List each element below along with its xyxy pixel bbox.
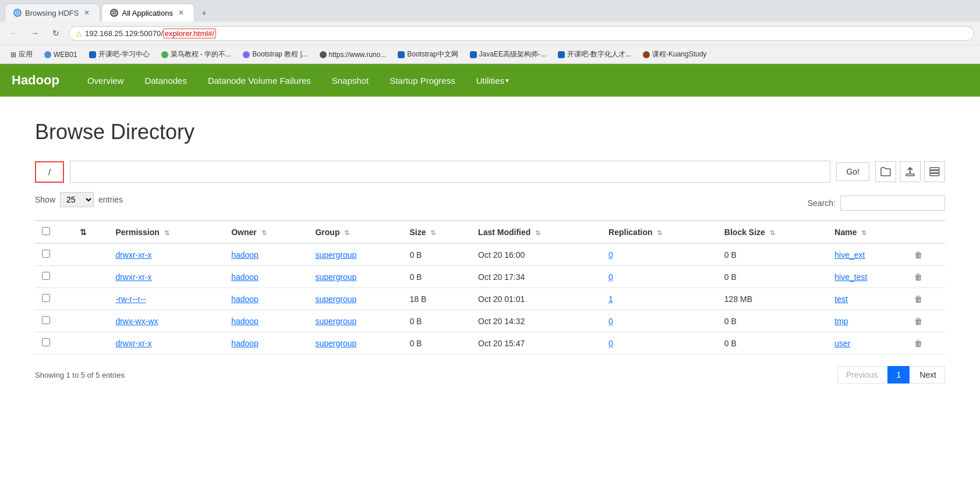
nav-utilities[interactable]: Utilities (466, 64, 521, 97)
row-select-2[interactable] (42, 294, 50, 302)
col-actions (907, 221, 945, 243)
bookmark-runo[interactable]: https://www.runo... (315, 49, 391, 61)
bookmark-dot-2 (89, 51, 96, 58)
back-button[interactable]: ← (6, 25, 22, 41)
upload-icon-button[interactable] (900, 161, 921, 182)
bookmark-dot-8 (558, 51, 565, 58)
path-row: / Go! (35, 161, 945, 183)
nav-startup-progress[interactable]: Startup Progress (379, 64, 466, 97)
row-size-2: 18 B (402, 288, 471, 310)
row-lastmod-0: Oct 20 16:00 (471, 243, 602, 266)
go-button[interactable]: Go! (836, 162, 869, 181)
row-delete-1: 🗑 (907, 266, 945, 288)
nav-overview[interactable]: Overview (77, 64, 135, 97)
table-row: drwxr-xr-x hadoop supergroup 0 B Oct 20 … (35, 332, 945, 354)
bookmark-apps[interactable]: ⊞ 应用 (6, 48, 37, 61)
col-replication[interactable]: Replication ⇅ (602, 221, 717, 243)
address-box[interactable]: △ 192.168.25.129:50070/explorer.html#/ (69, 26, 974, 41)
row-delete-2: 🗑 (907, 288, 945, 310)
path-input[interactable] (70, 161, 830, 183)
list-icon-button[interactable] (924, 161, 945, 182)
svg-rect-6 (906, 174, 914, 176)
delete-icon-2[interactable]: 🗑 (914, 294, 922, 304)
bookmark-kaikeba[interactable]: 开课吧-学习中心 (84, 48, 154, 61)
tab-close-2[interactable]: ✕ (176, 8, 186, 17)
nav-datanode-volume-failures[interactable]: Datanode Volume Failures (197, 64, 321, 97)
bookmark-dot-6 (398, 51, 405, 58)
search-input[interactable] (840, 196, 945, 211)
bookmark-kuangstudy[interactable]: 课程-KuangStudy (638, 48, 711, 61)
folder-icon (880, 167, 891, 176)
row-size-3: 0 B (402, 310, 471, 332)
pagination-buttons: Previous 1 Next (837, 366, 945, 384)
row-blocksize-3: 0 B (717, 310, 827, 332)
entries-select[interactable]: 10 25 50 100 (60, 192, 94, 207)
row-group-0: supergroup (308, 243, 402, 266)
controls-bar: Show 10 25 50 100 entries Search: (35, 192, 945, 214)
row-owner-4: hadoop (224, 332, 308, 354)
row-blocksize-1: 0 B (717, 266, 827, 288)
new-tab-button[interactable]: + (196, 5, 212, 21)
nav-datanodes[interactable]: Datanodes (134, 64, 197, 97)
page-title: Browse Directory (35, 120, 945, 144)
row-select-3[interactable] (42, 316, 50, 324)
bookmark-bootstrap[interactable]: Bootstrap 教程 |... (238, 48, 312, 61)
next-button[interactable]: Next (911, 366, 945, 384)
bookmark-bootstrap-cn[interactable]: Bootstrap中文网 (393, 48, 462, 61)
row-replication-3: 0 (602, 310, 717, 332)
apps-grid-icon: ⊞ (10, 51, 16, 59)
row-spacer-4 (73, 332, 108, 354)
row-owner-1: hadoop (224, 266, 308, 288)
col-owner[interactable]: Owner ⇅ (224, 221, 308, 243)
col-last-modified[interactable]: Last Modified ⇅ (471, 221, 602, 243)
col-sort-all[interactable]: ⇅ (73, 221, 108, 243)
col-size[interactable]: Size ⇅ (402, 221, 471, 243)
row-group-4: supergroup (308, 332, 402, 354)
tab-browsing-hdfs[interactable]: Browsing HDFS ✕ (5, 3, 100, 22)
forward-button[interactable]: → (27, 25, 43, 41)
nav-snapshot[interactable]: Snapshot (321, 64, 379, 97)
delete-icon-3[interactable]: 🗑 (914, 317, 922, 326)
row-spacer-3 (73, 310, 108, 332)
col-block-size[interactable]: Block Size ⇅ (717, 221, 827, 243)
row-select-1[interactable] (42, 272, 50, 280)
row-owner-2: hadoop (224, 288, 308, 310)
row-group-2: supergroup (308, 288, 402, 310)
bookmark-dot-7 (470, 51, 477, 58)
row-name-2: test (827, 288, 907, 310)
row-owner-0: hadoop (224, 243, 308, 266)
bookmark-dot-3 (161, 51, 168, 58)
table-row: drwxr-xr-x hadoop supergroup 0 B Oct 20 … (35, 266, 945, 288)
row-name-3: tmp (827, 310, 907, 332)
tab-all-applications[interactable]: All Applications ✕ (101, 3, 194, 22)
row-blocksize-0: 0 B (717, 243, 827, 266)
delete-icon-4[interactable]: 🗑 (914, 339, 922, 348)
row-replication-0: 0 (602, 243, 717, 266)
row-select-0[interactable] (42, 250, 50, 258)
bookmark-javaee[interactable]: JavaEE高级架构师-... (465, 48, 551, 61)
bookmark-dot-9 (643, 51, 650, 58)
bookmark-kaikeba2[interactable]: 开课吧-数字化人才... (553, 48, 636, 61)
sort-all-icon: ⇅ (80, 228, 87, 237)
row-blocksize-4: 0 B (717, 332, 827, 354)
bookmark-runoob[interactable]: 菜鸟教程 - 学的不... (157, 48, 236, 61)
refresh-button[interactable]: ↻ (48, 25, 64, 41)
delete-icon-1[interactable]: 🗑 (914, 272, 922, 282)
path-segment[interactable]: / (35, 161, 64, 183)
col-permission[interactable]: Permission ⇅ (108, 221, 224, 243)
col-group[interactable]: Group ⇅ (308, 221, 402, 243)
col-name[interactable]: Name ⇅ (827, 221, 907, 243)
table-body: drwxr-xr-x hadoop supergroup 0 B Oct 20 … (35, 243, 945, 354)
svg-rect-9 (930, 173, 939, 176)
row-select-4[interactable] (42, 338, 50, 346)
page-1-button[interactable]: 1 (887, 366, 910, 384)
previous-button[interactable]: Previous (837, 366, 886, 384)
tab-close-1[interactable]: ✕ (82, 8, 91, 17)
sort-replication-icon: ⇅ (657, 229, 662, 236)
folder-icon-button[interactable] (875, 161, 896, 182)
select-all-checkbox[interactable] (42, 227, 50, 235)
bookmark-web01[interactable]: WEB01 (40, 49, 82, 61)
delete-icon-0[interactable]: 🗑 (914, 250, 922, 260)
row-checkbox-2 (35, 288, 73, 310)
list-icon (929, 167, 940, 176)
